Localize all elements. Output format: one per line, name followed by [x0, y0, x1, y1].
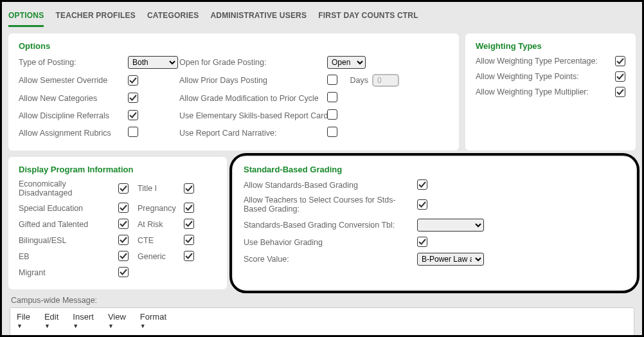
- display-program-info-panel: Display Program Information Economically…: [8, 157, 227, 289]
- tab-first-day-counts[interactable]: FIRST DAY COUNTS CTRL: [318, 8, 418, 27]
- allow-sbg-label: Allow Standards-Based Grading: [244, 181, 417, 190]
- dpi-title1-checkbox[interactable]: [184, 183, 194, 194]
- standard-based-grading-panel: Standard-Based Grading Allow Standards-B…: [233, 157, 636, 289]
- allow-rubrics-checkbox[interactable]: [128, 127, 138, 137]
- dpi-special-ed-checkbox[interactable]: [118, 203, 129, 213]
- dpi-title1-label: Title I: [138, 184, 184, 193]
- editor-menu-insert[interactable]: Insert▼: [73, 312, 94, 329]
- weighting-title: Weighting Types: [476, 41, 625, 51]
- days-label: Days: [346, 76, 372, 85]
- score-value-select[interactable]: B-Power Law and: [417, 253, 484, 266]
- tab-options[interactable]: OPTIONS: [8, 8, 44, 27]
- use-report-card-label: Use Report Card Narrative:: [179, 129, 327, 138]
- editor-menu-edit[interactable]: Edit▼: [44, 312, 58, 329]
- allow-rubrics-label: Allow Assignment Rubrics: [19, 129, 128, 138]
- type-of-posting-select[interactable]: Both: [128, 56, 178, 69]
- tab-bar: OPTIONS TEACHER PROFILES CATEGORIES ADMI…: [2, 2, 642, 27]
- allow-semester-override-label: Allow Semester Override: [19, 76, 128, 85]
- dpi-title: Display Program Information: [19, 165, 217, 174]
- dpi-migrant-checkbox[interactable]: [118, 267, 129, 277]
- allow-grade-mod-label: Allow Grade Modification to Prior Cycle: [179, 94, 327, 103]
- use-report-card-checkbox[interactable]: [327, 127, 337, 137]
- dpi-atrisk-label: At Risk: [138, 220, 184, 229]
- tab-teacher-profiles[interactable]: TEACHER PROFILES: [55, 8, 136, 27]
- allow-grade-mod-checkbox[interactable]: [327, 92, 337, 102]
- editor-menu-view[interactable]: View▼: [108, 312, 126, 329]
- type-of-posting-label: Type of Posting:: [19, 58, 128, 67]
- dpi-pregnancy-label: Pregnancy: [138, 204, 184, 213]
- dpi-generic-checkbox[interactable]: [184, 251, 194, 261]
- editor-menu-format[interactable]: Format▼: [140, 312, 166, 329]
- dpi-econ-checkbox[interactable]: [118, 183, 129, 194]
- options-panel: Options Type of Posting: Both Open for G…: [8, 33, 459, 150]
- allow-discipline-label: Allow Discipline Referrals: [19, 111, 128, 120]
- allow-semester-override-checkbox[interactable]: [128, 75, 138, 86]
- open-for-grade-label: Open for Grade Posting:: [179, 58, 327, 67]
- dpi-atrisk-checkbox[interactable]: [184, 219, 194, 229]
- dpi-special-ed-label: Special Education: [19, 204, 118, 213]
- caret-down-icon: ▼: [17, 323, 22, 329]
- tab-categories[interactable]: CATEGORIES: [147, 8, 199, 27]
- dpi-bilingual-label: Bilingual/ESL: [19, 236, 118, 245]
- tab-admin-users[interactable]: ADMINISTRATIVE USERS: [210, 8, 307, 27]
- use-elementary-checkbox[interactable]: [327, 109, 337, 120]
- dpi-gifted-checkbox[interactable]: [118, 219, 129, 229]
- open-for-grade-select[interactable]: Open: [327, 56, 366, 69]
- use-elementary-label: Use Elementary Skills-based Report Card:: [179, 111, 327, 120]
- caret-down-icon: ▼: [140, 323, 146, 329]
- campus-wide-message-label: Campus-wide Message:: [8, 296, 636, 307]
- use-behavior-checkbox[interactable]: [417, 237, 427, 247]
- dpi-migrant-label: Migrant: [19, 268, 118, 277]
- sbg-title: Standard-Based Grading: [244, 165, 625, 174]
- caret-down-icon: ▼: [73, 323, 78, 329]
- conversion-tbl-label: Standards-Based Grading Conversion Tbl:: [244, 221, 417, 230]
- campus-wide-editor[interactable]: File▼ Edit▼ Insert▼ View▼ Format▼: [10, 307, 634, 337]
- options-title: Options: [19, 41, 449, 51]
- score-value-label: Score Value:: [244, 255, 417, 264]
- use-behavior-label: Use Behavior Grading: [244, 238, 417, 247]
- weighting-points-checkbox[interactable]: [615, 71, 625, 82]
- weighting-percentage-label: Allow Weighting Type Percentage:: [476, 57, 598, 66]
- allow-prior-days-checkbox[interactable]: [327, 75, 337, 85]
- dpi-gifted-label: Gifted and Talented: [19, 220, 118, 229]
- dpi-bilingual-checkbox[interactable]: [118, 235, 129, 245]
- dpi-pregnancy-checkbox[interactable]: [184, 203, 194, 213]
- caret-down-icon: ▼: [108, 323, 114, 329]
- dpi-cte-label: CTE: [138, 236, 184, 245]
- days-input[interactable]: [372, 74, 399, 87]
- conversion-tbl-select[interactable]: [417, 219, 484, 232]
- weighting-panel: Weighting Types Allow Weighting Type Per…: [465, 33, 636, 150]
- dpi-cte-checkbox[interactable]: [184, 235, 194, 245]
- dpi-generic-label: Generic: [138, 252, 184, 261]
- allow-new-categories-checkbox[interactable]: [128, 93, 138, 103]
- caret-down-icon: ▼: [44, 323, 50, 329]
- weighting-points-label: Allow Weighting Type Points:: [476, 72, 579, 81]
- weighting-multiplier-checkbox[interactable]: [615, 87, 625, 97]
- dpi-econ-label: Economically Disadvantaged: [19, 179, 118, 197]
- dpi-eb-label: EB: [19, 252, 118, 261]
- allow-prior-days-label: Allow Prior Days Posting: [179, 76, 327, 85]
- weighting-percentage-checkbox[interactable]: [615, 56, 625, 66]
- editor-menu-file[interactable]: File▼: [17, 312, 30, 329]
- weighting-multiplier-label: Allow Weighting Type Multiplier:: [476, 87, 589, 96]
- allow-discipline-checkbox[interactable]: [128, 110, 138, 120]
- allow-teachers-select-label: Allow Teachers to Select Courses for Std…: [244, 196, 417, 214]
- allow-new-categories-label: Allow New Categories: [19, 94, 128, 103]
- dpi-eb-checkbox[interactable]: [118, 251, 129, 261]
- allow-sbg-checkbox[interactable]: [417, 179, 427, 190]
- allow-teachers-select-checkbox[interactable]: [417, 199, 427, 210]
